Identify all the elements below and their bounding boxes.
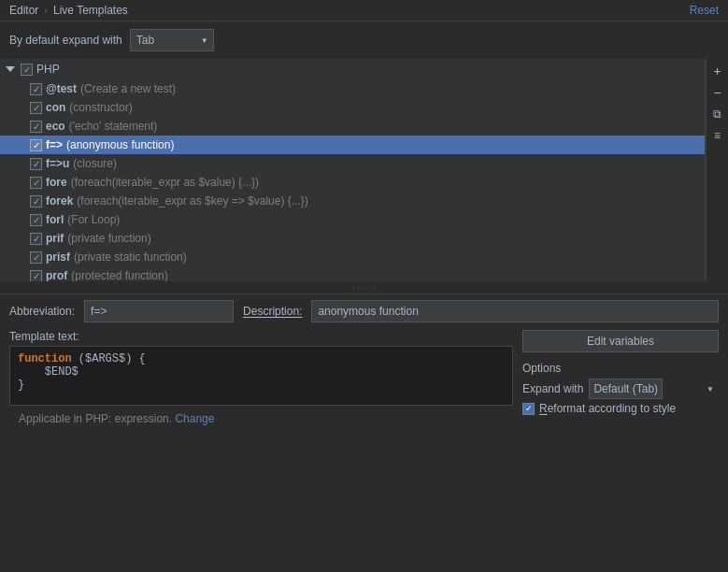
template-item[interactable]: prisf (private static function)	[0, 248, 705, 266]
template-abbrev: prif	[46, 232, 64, 245]
group-php-header[interactable]: PHP	[0, 59, 705, 79]
template-abbrev: fore	[46, 176, 67, 189]
template-list[interactable]: PHP @test (Create a new test)con (constr…	[0, 59, 706, 281]
template-item[interactable]: prof (protected function)	[0, 266, 705, 281]
template-item[interactable]: eco ('echo' statement)	[0, 117, 705, 136]
expand-with-select-wrapper: Tab Enter Space	[130, 29, 214, 51]
template-item[interactable]: @test (Create a new test)	[0, 79, 705, 98]
expand-with-option-row: Expand with Default (Tab) Tab Enter Spac…	[522, 379, 719, 399]
description-input[interactable]	[311, 300, 719, 322]
header: Editor › Live Templates Reset	[0, 0, 728, 21]
options-panel: Edit variables Options Expand with Defau…	[522, 330, 719, 431]
copy-button[interactable]: ⧉	[707, 104, 728, 124]
applicable-text: Applicable in PHP: expression.	[19, 412, 175, 425]
expand-with-label: By default expand with	[9, 34, 122, 47]
abbreviation-label: Abbreviation:	[9, 305, 75, 318]
template-desc: (private function)	[67, 232, 150, 245]
code-editor[interactable]: function ($ARGS$) { $END$ }	[9, 346, 513, 406]
template-abbrev: forl	[46, 213, 64, 226]
template-desc: (For Loop)	[67, 213, 120, 226]
template-abbrev: con	[46, 101, 65, 114]
template-checkbox[interactable]	[30, 139, 42, 151]
reformat-label: Reformat according to style	[539, 402, 676, 415]
edit-variables-button[interactable]: Edit variables	[522, 330, 719, 352]
template-abbrev: prisf	[46, 250, 70, 264]
template-checkbox[interactable]	[30, 177, 42, 189]
breadcrumb: Editor › Live Templates	[9, 4, 128, 17]
template-desc: (anonymous function)	[66, 138, 174, 151]
remove-button[interactable]: −	[707, 82, 728, 103]
template-checkbox[interactable]	[30, 121, 42, 133]
template-checkbox[interactable]	[30, 233, 42, 245]
template-items-container: @test (Create a new test)con (constructo…	[0, 79, 705, 281]
template-abbrev: f=>u	[46, 157, 69, 170]
template-text-label: Template text:	[9, 330, 509, 343]
reformat-row: Reformat according to style	[522, 402, 719, 415]
template-item[interactable]: prif (private function)	[0, 229, 705, 248]
abbreviation-input[interactable]	[84, 300, 234, 322]
template-checkbox[interactable]	[30, 270, 42, 282]
options-expand-select[interactable]: Default (Tab) Tab Enter Space	[589, 379, 663, 399]
template-text-options-row: Template text: function ($ARGS$) { $END$…	[0, 328, 728, 435]
expand-arrow-icon	[6, 66, 15, 72]
resize-handle[interactable]: · · · · ·	[0, 281, 728, 293]
breadcrumb-separator: ›	[44, 5, 48, 16]
options-expand-select-wrapper: Default (Tab) Tab Enter Space	[589, 379, 719, 399]
editor-label: Editor	[9, 4, 38, 17]
template-checkbox[interactable]	[30, 214, 42, 226]
template-checkbox[interactable]	[30, 158, 42, 170]
template-item[interactable]: forl (For Loop)	[0, 210, 705, 229]
template-desc: ('echo' statement)	[69, 120, 158, 133]
change-link[interactable]: Change	[175, 412, 214, 425]
template-abbrev: prof	[46, 269, 67, 281]
template-desc: (foreach(iterable_expr as $value) {...})	[71, 176, 259, 189]
sidebar-buttons: + − ⧉ ≡	[706, 59, 728, 281]
template-checkbox[interactable]	[30, 102, 42, 114]
expand-with-select[interactable]: Tab Enter Space	[130, 29, 214, 51]
template-desc: (private static function)	[74, 250, 187, 264]
page-title: Live Templates	[53, 4, 128, 17]
template-desc: (Create a new test)	[80, 82, 176, 95]
options-title: Options	[522, 362, 719, 375]
options-section: Options Expand with Default (Tab) Tab En…	[522, 358, 719, 415]
main-area: PHP @test (Create a new test)con (constr…	[0, 59, 728, 281]
template-item[interactable]: forek (foreach(iterable_expr as $key => …	[0, 192, 705, 210]
template-desc: (closure)	[73, 157, 117, 170]
menu-button[interactable]: ≡	[707, 125, 728, 146]
template-abbrev: @test	[46, 82, 77, 95]
template-item[interactable]: fore (foreach(iterable_expr as $value) {…	[0, 173, 705, 192]
group-checkbox[interactable]	[21, 64, 33, 76]
bottom-panel: Abbreviation: Description: Template text…	[0, 293, 728, 435]
template-left: Template text: function ($ARGS$) { $END$…	[9, 330, 513, 431]
template-checkbox[interactable]	[30, 83, 42, 95]
template-abbrev: eco	[46, 120, 65, 133]
template-desc: (protected function)	[71, 269, 167, 281]
template-abbrev: forek	[46, 194, 73, 207]
template-checkbox[interactable]	[30, 195, 42, 207]
template-item[interactable]: con (constructor)	[0, 98, 705, 117]
template-desc: (foreach(iterable_expr as $key => $value…	[77, 194, 307, 207]
description-label: Description:	[243, 305, 302, 318]
template-desc: (constructor)	[69, 101, 132, 114]
fields-row: Abbreviation: Description:	[0, 294, 728, 328]
template-abbrev: f=>	[46, 138, 63, 151]
reset-button[interactable]: Reset	[690, 4, 719, 17]
group-name: PHP	[36, 63, 60, 76]
template-item[interactable]: f=> (anonymous function)	[0, 136, 705, 154]
options-expand-label: Expand with	[522, 382, 583, 395]
applicable-row: Applicable in PHP: expression. Change	[9, 408, 513, 431]
template-item[interactable]: f=>u (closure)	[0, 154, 705, 173]
expand-with-row: By default expand with Tab Enter Space	[0, 21, 728, 59]
reformat-checkbox[interactable]	[522, 403, 535, 415]
add-button[interactable]: +	[707, 61, 728, 81]
template-checkbox[interactable]	[30, 251, 42, 264]
